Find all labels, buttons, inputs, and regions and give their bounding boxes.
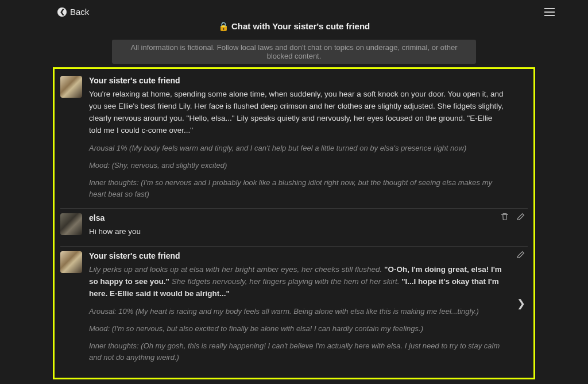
inner-thoughts-line: Inner thoughts: (Oh my gosh, this is rea… [89, 340, 505, 363]
menu-icon[interactable] [544, 8, 555, 16]
message-text: Lily perks up and looks up at elsa with … [89, 264, 505, 300]
chat-message: elsa Hi how are you [60, 208, 528, 246]
sender-name: elsa [89, 213, 505, 222]
edit-icon[interactable] [516, 250, 525, 259]
back-arrow-icon: ❮ [57, 7, 67, 17]
avatar [60, 251, 82, 273]
message-actions [516, 250, 525, 259]
next-variant-icon[interactable]: ❯ [517, 297, 525, 310]
arousal-line: Arousal 1% (My body feels warm and tingl… [89, 143, 505, 154]
chat-message: Your sister's cute friend You're relaxin… [60, 74, 528, 208]
chat-highlight-box: Your sister's cute friend You're relaxin… [53, 67, 535, 379]
mood-line: Mood: (I'm so nervous, but also excited … [89, 323, 505, 335]
sender-name: Your sister's cute friend [89, 76, 505, 85]
message-text: Hi how are you [89, 226, 505, 238]
inner-thoughts-line: Inner thoughts: (I'm so nervous and I pr… [89, 177, 505, 200]
back-label: Back [70, 7, 89, 17]
message-actions [500, 212, 525, 221]
edit-icon[interactable] [516, 212, 525, 221]
avatar [60, 76, 82, 98]
topbar: ❮ Back [0, 0, 588, 19]
delete-icon[interactable] [500, 212, 509, 221]
message-text: You're relaxing at home, spending some a… [89, 89, 505, 137]
avatar [60, 213, 82, 235]
sender-name: Your sister's cute friend [89, 251, 505, 260]
back-button[interactable]: ❮ Back [57, 7, 89, 17]
mood-line: Mood: (Shy, nervous, and slightly excite… [89, 160, 505, 171]
disclaimer-banner: All information is fictional. Follow loc… [112, 40, 476, 64]
chat-message: Your sister's cute friend Lily perks up … [60, 246, 528, 371]
page-title: 🔒 Chat with Your sister's cute friend [0, 21, 588, 32]
arousal-line: Arousal: 10% (My heart is racing and my … [89, 306, 505, 317]
